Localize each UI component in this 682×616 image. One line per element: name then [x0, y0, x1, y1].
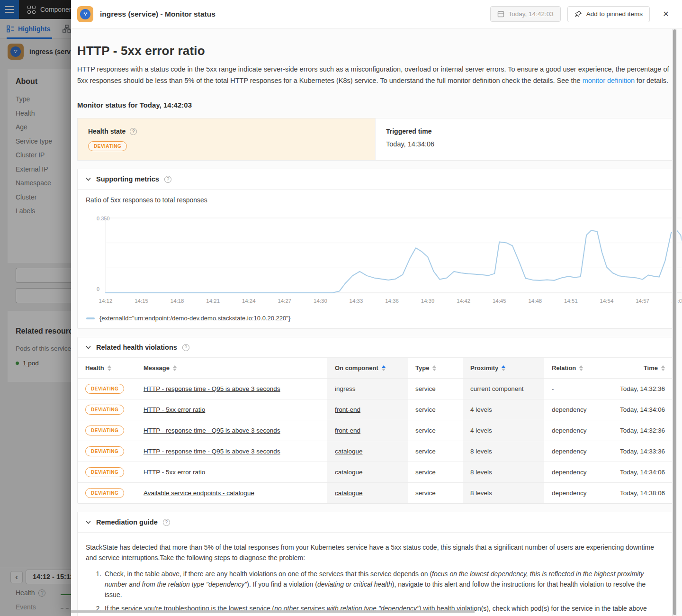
monitor-status-modal: ingress (service) - Monitor status Today…	[71, 0, 682, 616]
sort-arrows-icon[interactable]	[108, 365, 111, 371]
svg-text:14:24: 14:24	[242, 298, 256, 304]
legend-series-swatch	[86, 317, 95, 319]
date-picker-button[interactable]: Today, 14:42:03	[490, 6, 561, 22]
svg-text:14:45: 14:45	[493, 298, 506, 304]
sort-arrows-icon[interactable]	[432, 365, 436, 371]
svg-text:14:12: 14:12	[99, 298, 113, 304]
related-health-violations-header[interactable]: Related health violations	[78, 337, 673, 358]
column-header-on-component[interactable]: On component	[327, 358, 408, 378]
violation-message-link[interactable]: HTTP - response time - Q95 is above 3 se…	[144, 385, 280, 392]
health-state-badge: DEVIATING	[85, 384, 124, 394]
component-type: service	[415, 448, 436, 455]
component-link[interactable]: front-end	[335, 406, 360, 413]
column-header-label: Relation	[552, 364, 576, 371]
component-link[interactable]: catalogue	[335, 489, 363, 497]
health-state-badge: DEVIATING	[85, 488, 124, 498]
supporting-metrics-header[interactable]: Supporting metrics	[78, 169, 673, 190]
relation-value: dependency	[552, 406, 587, 413]
component-type: service	[415, 427, 436, 434]
monitor-description: HTTP responses with a status code in the…	[77, 63, 669, 86]
svg-text:14:57: 14:57	[636, 298, 649, 304]
column-header-label: On component	[335, 364, 378, 371]
component-type: service	[415, 469, 436, 476]
column-header-label: Message	[144, 364, 170, 371]
sort-arrows-icon[interactable]	[382, 365, 386, 371]
violation-time: Today, 14:34:06	[620, 469, 665, 476]
column-header-proximity[interactable]: Proximity	[463, 358, 544, 378]
sort-arrows-icon[interactable]	[661, 365, 665, 371]
vertical-scrollbar-thumb[interactable]	[673, 29, 676, 615]
sort-arrows-icon[interactable]	[579, 365, 583, 371]
triggered-time-label: Triggered time	[386, 127, 431, 135]
horizontal-scrollbar-thumb[interactable]	[71, 610, 475, 613]
calendar-icon	[497, 10, 504, 18]
monitor-definition-link[interactable]: monitor definition	[583, 77, 635, 84]
svg-text:14:51: 14:51	[564, 298, 578, 304]
remediation-guide-help-icon[interactable]	[163, 519, 170, 526]
remediation-step: Check, in the table above, if there are …	[103, 569, 661, 600]
remediation-intro: StackState has detected that more than 5…	[86, 542, 661, 563]
table-header-row: HealthMessageOn componentTypeProximityRe…	[78, 358, 673, 378]
svg-text:0: 0	[97, 286, 99, 292]
svg-text:14:27: 14:27	[278, 298, 291, 304]
svg-text:14:18: 14:18	[170, 298, 184, 304]
related-health-violations-section: Related health violations HealthMessageO…	[77, 337, 673, 504]
violation-message-link[interactable]: Available service endpoints - catalogue	[144, 489, 254, 497]
column-header-message[interactable]: Message	[136, 358, 327, 378]
remediation-guide-header[interactable]: Remediation guide	[78, 512, 673, 533]
column-header-health[interactable]: Health	[78, 358, 136, 378]
svg-text:14:36: 14:36	[385, 298, 399, 304]
violation-time: Today, 14:34:06	[620, 406, 665, 413]
column-header-time[interactable]: Time	[608, 358, 673, 378]
sort-arrows-icon[interactable]	[502, 365, 505, 371]
triggered-time-value: Today, 14:34:06	[386, 140, 662, 148]
proximity-value: 8 levels	[470, 469, 492, 476]
triggered-time-card: Triggered time Today, 14:34:06	[375, 118, 673, 160]
column-header-label: Type	[415, 364, 429, 371]
proximity-value: 8 levels	[470, 448, 492, 455]
modal-header: ingress (service) - Monitor status Today…	[71, 0, 682, 28]
component-link[interactable]: catalogue	[335, 469, 363, 476]
violation-message-link[interactable]: HTTP - response time - Q95 is above 3 se…	[144, 427, 280, 434]
supporting-metrics-help-icon[interactable]	[164, 176, 171, 183]
svg-text:0.350: 0.350	[97, 216, 110, 221]
health-state-badge: DEVIATING	[85, 467, 124, 477]
component-link[interactable]: catalogue	[335, 448, 363, 455]
health-state-card: Health state DEVIATING	[78, 118, 375, 160]
add-to-pinned-label: Add to pinned items	[586, 10, 643, 18]
component-type: service	[415, 385, 436, 392]
violation-time: Today, 14:33:36	[620, 448, 665, 455]
modal-body: HTTP - 5xx error ratio HTTP responses wi…	[71, 28, 682, 616]
proximity-value: 4 levels	[470, 427, 492, 434]
violation-time: Today, 14:32:36	[620, 427, 665, 434]
svg-text:14:48: 14:48	[528, 298, 542, 304]
chart-canvas: 14:1214:1514:1814:2114:2414:2714:3014:33…	[86, 208, 682, 309]
add-to-pinned-button[interactable]: Add to pinned items	[567, 6, 650, 22]
violation-message-link[interactable]: HTTP - 5xx error ratio	[144, 406, 205, 413]
violation-message-link[interactable]: HTTP - response time - Q95 is above 3 se…	[144, 448, 280, 455]
column-header-type[interactable]: Type	[408, 358, 463, 378]
line-chart[interactable]: 14:1214:1514:1814:2114:2414:2714:3014:33…	[86, 208, 673, 309]
component-link[interactable]: front-end	[335, 427, 360, 434]
close-icon[interactable]	[660, 9, 672, 18]
page-title: HTTP - 5xx error ratio	[77, 44, 673, 58]
proximity-value: 8 levels	[470, 489, 492, 497]
health-state-badge: DEVIATING	[85, 446, 124, 456]
violation-table-row: DEVIATINGHTTP - response time - Q95 is a…	[78, 420, 673, 441]
violation-table-row: DEVIATINGHTTP - 5xx error ratiocatalogue…	[78, 462, 673, 482]
related-health-violations-help-icon[interactable]	[182, 344, 189, 351]
svg-text:14:33: 14:33	[350, 298, 363, 304]
column-header-label: Time	[644, 364, 658, 371]
pin-icon	[574, 10, 582, 18]
chart-legend: {externalId="urn:endpoint:/demo-dev.demo…	[86, 309, 673, 328]
relation-value: dependency	[552, 448, 587, 455]
health-state-help-icon[interactable]	[130, 128, 137, 135]
remediation-body: StackState has detected that more than 5…	[78, 533, 673, 616]
column-header-label: Health	[85, 364, 104, 371]
column-header-relation[interactable]: Relation	[544, 358, 608, 378]
description-suffix: for details.	[635, 77, 668, 84]
health-state-badge: DEVIATING	[85, 426, 124, 435]
violation-message-link[interactable]: HTTP - 5xx error ratio	[144, 469, 205, 476]
sort-arrows-icon[interactable]	[173, 365, 177, 371]
chevron-down-icon	[86, 520, 91, 524]
